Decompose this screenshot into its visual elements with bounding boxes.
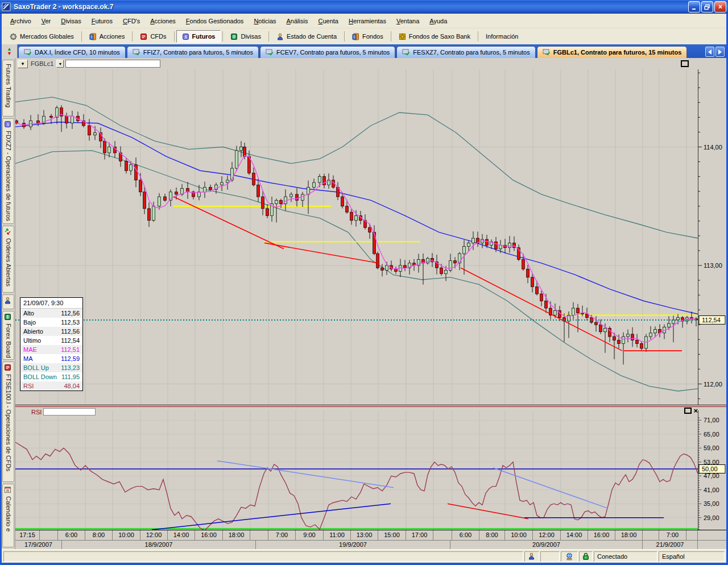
- date-tick: 17/9/2007: [15, 541, 62, 549]
- chart-maximize-icon[interactable]: [681, 60, 689, 67]
- chart-tab-fgblc1[interactable]: FGBLc1, Contrato para futuros, 15 minuto…: [537, 46, 688, 58]
- toolbar-button-divisas[interactable]: Divisas: [225, 30, 266, 43]
- menu-cuenta[interactable]: Cuenta: [313, 16, 343, 26]
- tab-scroll-buttons: [702, 45, 726, 58]
- tab-scroll-right-icon[interactable]: [715, 47, 725, 57]
- menu-noticias[interactable]: Noticias: [249, 16, 281, 26]
- language-indicator[interactable]: Español: [659, 551, 725, 562]
- svg-text:71,00: 71,00: [704, 417, 719, 423]
- toolbar-separator: [344, 31, 345, 41]
- green-board-icon: [230, 33, 238, 40]
- time-tick: [643, 530, 659, 540]
- sidebar-item-calendario[interactable]: 31Calendario e: [2, 484, 14, 547]
- ohlc-tooltip: 21/09/07, 9:30 Alto112,56Bajo112,53Abier…: [20, 297, 83, 391]
- sidebar-item-label: Futures Trading: [5, 64, 12, 107]
- minimize-button[interactable]: [688, 1, 700, 13]
- orange-doc-icon: [352, 33, 359, 40]
- person-icon: [276, 33, 284, 40]
- sidebar-item-forex[interactable]: Forex Board: [2, 311, 14, 360]
- status-message-panel: [3, 551, 523, 562]
- menu-herramientas[interactable]: Herramientas: [344, 16, 391, 26]
- rsi-maximize-icon[interactable]: [684, 408, 692, 414]
- menu-acciones[interactable]: Acciones: [145, 16, 181, 26]
- blue-s-icon: S: [182, 33, 189, 40]
- toolbar-button-estado-de-cuenta[interactable]: Estado de Cuenta: [271, 30, 342, 43]
- toolbar-button-fondos[interactable]: Fondos: [346, 30, 389, 43]
- chart-tab-fcev7[interactable]: FCEV7, Contrato para futuros, 5 minutos: [260, 46, 395, 58]
- sidebar-item-futures[interactable]: Futures Trading: [2, 60, 14, 117]
- menu-ventana[interactable]: Ventana: [391, 16, 424, 26]
- chart-tab-dax-i[interactable]: DAX.I, Índice CFD, 10 minutos: [18, 46, 126, 58]
- toolbar-button-fondos-de-saxo-bank[interactable]: Fondos de Saxo Bank: [393, 30, 476, 43]
- time-tick: 18:00: [615, 530, 643, 540]
- tab-scroll-left-icon[interactable]: [705, 47, 714, 57]
- tooltip-row-ma: MA112,59: [20, 354, 82, 363]
- instrument-combo-arrow-icon[interactable]: ▼: [56, 60, 64, 68]
- menu-cfd-s[interactable]: CFD's: [118, 16, 145, 26]
- close-button[interactable]: ×: [714, 1, 726, 13]
- separator-red-line: [15, 406, 726, 407]
- sidebar-item-ordenes[interactable]: Ordenes Abiertas: [2, 226, 14, 293]
- toolbar-button-mercados-globales[interactable]: Mercados Globales: [4, 30, 80, 43]
- sidebar-item-label: Forex Board: [5, 323, 12, 358]
- axis-corner: [698, 541, 726, 549]
- menu-an-lisis[interactable]: Análisis: [282, 16, 313, 26]
- sidebar-item-label: Calendario e: [5, 496, 12, 531]
- chart-tab-ffiz7[interactable]: FFIZ7, Contrato para futuros, 5 minutos: [127, 46, 259, 58]
- tooltip-row-alto: Alto112,56: [20, 309, 82, 318]
- status-network-panel: [561, 551, 578, 562]
- time-tick: 9:00: [296, 530, 324, 540]
- chart-tab-strip: ▲ ▼ DAX.I, Índice CFD, 10 minutosFFIZ7, …: [2, 44, 726, 58]
- chart-window-icon: [133, 49, 140, 56]
- svg-text:47,00: 47,00: [704, 472, 719, 479]
- app-window: SaxoTrader 2 - workspace.ok.7 × ArchivoV…: [0, 0, 728, 565]
- restore-button[interactable]: [701, 1, 713, 13]
- time-tick: 12:00: [140, 530, 168, 540]
- status-security-panel: [579, 551, 593, 562]
- sidebar-item-fdxz7[interactable]: SFDXZ7 - Operaciones de futuros: [2, 118, 14, 224]
- down-triangle-icon: ▼: [7, 51, 12, 56]
- chart-dropdown-button[interactable]: ▼: [18, 60, 28, 68]
- toolbar-label: Divisas: [241, 33, 260, 40]
- sidebar-item-ftse100-i[interactable]: FTSE100.I - Operaciones de CFDs: [2, 362, 14, 482]
- instrument-search-input[interactable]: [65, 60, 160, 68]
- toolbar-separator: [268, 31, 269, 41]
- toolbar-button-futuros[interactable]: SFuturos: [176, 30, 221, 43]
- svg-text:50,00: 50,00: [702, 466, 718, 472]
- tooltip-value: 112,56: [61, 328, 80, 335]
- time-tick: 18:00: [223, 530, 250, 540]
- calendar-icon: 31: [4, 486, 13, 495]
- instrument-explorer-icon[interactable]: ▲ ▼: [2, 44, 18, 58]
- red-doc-icon: [4, 364, 13, 372]
- menu-ver[interactable]: Ver: [36, 16, 56, 26]
- rsi-study-input[interactable]: [43, 408, 96, 416]
- chart-tab-fesxz7[interactable]: FESXZ7, Contrato para futuros, 5 minutos: [396, 46, 535, 58]
- window-title: SaxoTrader 2 - workspace.ok.7: [14, 3, 687, 11]
- menu-divisas[interactable]: Divisas: [56, 16, 86, 26]
- toolbar-separator: [132, 31, 133, 41]
- svg-text:29,00: 29,00: [704, 514, 719, 521]
- toolbar-button-cfds[interactable]: CFDs: [134, 30, 172, 43]
- tooltip-row-mae: MAE112,51: [20, 345, 82, 354]
- blue-s-icon: S: [4, 121, 13, 129]
- menu-ayuda[interactable]: Ayuda: [424, 16, 452, 26]
- sidebar-item-person[interactable]: [2, 294, 14, 309]
- tooltip-label: Alto: [23, 310, 34, 317]
- status-bar: Conectado Español: [2, 549, 726, 563]
- menu-archivo[interactable]: Archivo: [5, 16, 36, 26]
- red-doc-icon: [140, 33, 147, 40]
- toolbar-button-informaci-n[interactable]: Información: [480, 30, 524, 43]
- rsi-close-icon[interactable]: ×: [693, 408, 698, 414]
- svg-text:S: S: [184, 34, 187, 39]
- time-tick: 10:00: [505, 530, 533, 540]
- svg-text:59,00: 59,00: [704, 444, 719, 451]
- menu-fondos-gestionados[interactable]: Fondos Gestionados: [181, 16, 249, 26]
- toolbar-label: Estado de Cuenta: [287, 33, 337, 40]
- menu-futuros[interactable]: Futuros: [86, 16, 118, 26]
- rsi-chart-canvas[interactable]: 71,0065,0059,0053,0047,0041,0035,0029,00…: [15, 410, 726, 530]
- panel-separator[interactable]: [15, 405, 726, 410]
- toolbar-button-acciones[interactable]: Acciones: [84, 30, 131, 43]
- price-chart-canvas[interactable]: 114,00113,00112,00112,54: [15, 69, 726, 405]
- chart-workspace: ▼ FGBLc1 ▼ 114,00113,00112,00112,54 71,0…: [15, 58, 726, 549]
- chart-window-icon: [24, 49, 32, 56]
